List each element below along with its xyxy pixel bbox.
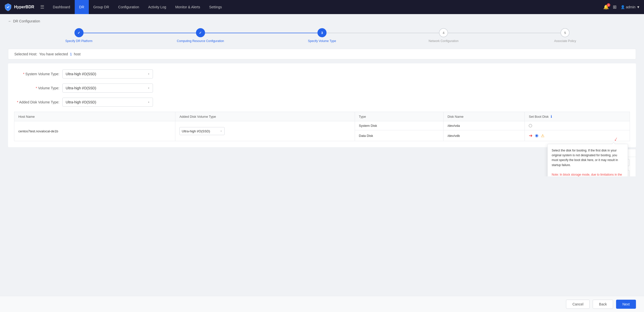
disk-name-vdb: /dev/vdb (443, 130, 525, 141)
type-system-disk: System Disk (355, 121, 443, 130)
table-header-row: Host Name Added Disk Volume Type Type Di… (14, 112, 630, 121)
nav-item-activity-log[interactable]: Activity Log (144, 0, 171, 14)
step-1-label: Specify DR Platform (65, 39, 93, 43)
th-type: Type (355, 112, 443, 121)
th-added-disk-volume: Added Disk Volume Type (175, 112, 355, 121)
th-disk-name: Disk Name (443, 112, 525, 121)
back-arrow-icon: ← (8, 19, 12, 23)
user-chevron-icon: ▼ (636, 5, 640, 9)
red-arrow-icon: ➜ (529, 133, 533, 138)
table-row-system-disk: centos7test.novalocal-de1b Ultra-high I/… (14, 121, 630, 130)
selected-host-bar: Selected Host: You have selected 1 host (8, 49, 636, 59)
boot-radio-vda[interactable] (525, 121, 630, 130)
step-2-label: Computing Resource Configuration (177, 39, 224, 43)
user-menu[interactable]: 👤 admin ▼ (621, 5, 640, 9)
hamburger-icon[interactable]: ☰ (40, 4, 44, 10)
system-volume-type-label: * System Volume Type: (14, 72, 59, 76)
brand-name: HyperBDR (14, 5, 34, 9)
step-3-label: Specify Volume Type (308, 39, 336, 43)
selected-host-prefix: Selected Host: (14, 52, 37, 56)
step-2: ✓ Computing Resource Configuration (140, 28, 261, 43)
nav-right: 🔔 1 ⊞ 👤 admin ▼ (603, 4, 640, 10)
selected-host-text: You have selected (39, 52, 68, 56)
page-title: DR Configuration (13, 19, 40, 23)
tooltip-normal-text: Select the disk for booting. If the firs… (552, 148, 624, 168)
hostname-cell: centos7test.novalocal-de1b (14, 121, 175, 141)
volume-type-label: * Volume Type: (14, 86, 59, 90)
step-4-circle: 4 (439, 28, 448, 37)
added-disk-volume-type-row: * Added Disk Volume Type: Ultra-high I/O… (14, 98, 630, 107)
user-name: admin (626, 5, 635, 9)
tooltip-warning-text: Note: In block storage mode, due to limi… (552, 172, 624, 176)
added-disk-volume-cell: Ultra-high I/O(SSD) High I/O Common I/O (175, 121, 355, 141)
notification-icon[interactable]: 🔔 1 (603, 4, 609, 10)
boot-disk-tooltip-popup: ↓ Select the disk for booting. If the fi… (547, 144, 628, 176)
selected-host-suffix: host (74, 52, 80, 56)
disk-name-vda: /dev/vda (443, 121, 525, 130)
main-content-card: * System Volume Type: Ultra-high I/O(SSD… (8, 63, 636, 147)
th-set-boot-disk: Set Boot Disk ℹ (525, 112, 630, 121)
step-2-circle: ✓ (196, 28, 205, 37)
step-3: 3 Specify Volume Type (261, 28, 383, 43)
added-disk-volume-type-select[interactable]: Ultra-high I/O(SSD) High I/O Common I/O (62, 98, 153, 107)
boot-disk-radio-vdb[interactable] (535, 134, 538, 137)
disk-table: Host Name Added Disk Volume Type Type Di… (14, 112, 630, 141)
page-container: ← DR Configuration ✓ Specify DR Platform… (0, 14, 644, 156)
nav-item-dr[interactable]: DR (75, 0, 89, 14)
user-icon: 👤 (621, 5, 625, 9)
nav-links: Dashboard DR Group DR Configuration Acti… (48, 0, 601, 14)
warning-icon: ⚠ (541, 133, 544, 138)
page-wrapper: ← DR Configuration ✓ Specify DR Platform… (0, 14, 644, 176)
boot-disk-info-icon[interactable]: ℹ (551, 114, 552, 119)
inline-volume-select[interactable]: Ultra-high I/O(SSD) High I/O Common I/O (179, 127, 225, 135)
step-5: 5 Associate Policy (504, 28, 626, 43)
stepper: ✓ Specify DR Platform ✓ Computing Resour… (8, 28, 636, 43)
step-3-circle: 3 (317, 28, 327, 37)
nav-item-settings[interactable]: Settings (205, 0, 226, 14)
navbar: HyperBDR ☰ Dashboard DR Group DR Configu… (0, 0, 644, 14)
th-hostname: Host Name (14, 112, 175, 121)
notification-badge: 1 (607, 3, 610, 7)
type-data-disk: Data Disk (355, 130, 443, 141)
nav-item-group-dr[interactable]: Group DR (89, 0, 114, 14)
step-4-label: Network Configuration (429, 39, 459, 43)
system-volume-type-row: * System Volume Type: Ultra-high I/O(SSD… (14, 69, 630, 79)
back-nav[interactable]: ← DR Configuration (8, 19, 636, 23)
step-4: 4 Network Configuration (383, 28, 504, 43)
step-5-label: Associate Policy (554, 39, 576, 43)
brand-icon (4, 3, 12, 11)
boot-disk-radio-vda[interactable] (529, 124, 532, 127)
nav-item-dashboard[interactable]: Dashboard (48, 0, 75, 14)
volume-type-select[interactable]: Ultra-high I/O(SSD) High I/O Common I/O (62, 84, 153, 93)
added-disk-volume-type-label: * Added Disk Volume Type: (14, 100, 59, 104)
apps-icon[interactable]: ⊞ (613, 4, 617, 10)
step-5-circle: 5 (560, 28, 570, 37)
nav-item-monitor-alerts[interactable]: Monitor & Alerts (171, 0, 205, 14)
step-1-circle: ✓ (74, 28, 84, 37)
volume-type-row: * Volume Type: Ultra-high I/O(SSD) High … (14, 84, 630, 93)
selected-host-count: 1 (70, 52, 72, 56)
nav-item-configuration[interactable]: Configuration (114, 0, 144, 14)
system-volume-type-select[interactable]: Ultra-high I/O(SSD) High I/O Common I/O (62, 69, 153, 79)
step-1: ✓ Specify DR Platform (18, 28, 140, 43)
brand: HyperBDR (4, 3, 34, 11)
